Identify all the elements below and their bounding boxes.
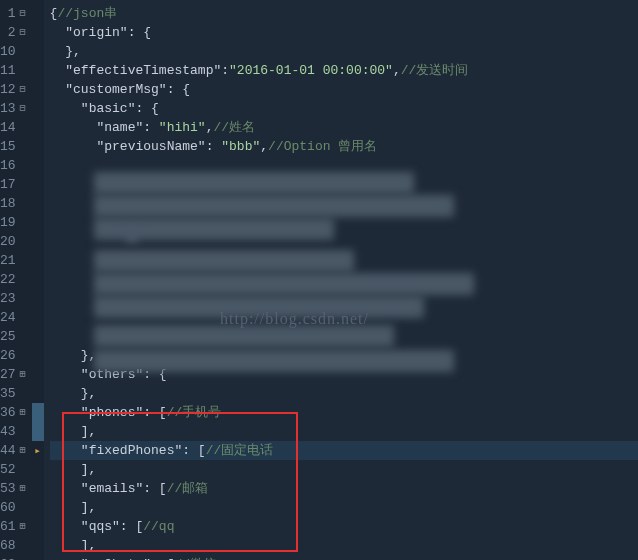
line-number[interactable]: 52 [0, 460, 32, 479]
redacted-block [94, 350, 454, 372]
change-marker [32, 498, 44, 517]
line-number[interactable]: 22 [0, 270, 32, 289]
change-marker [32, 213, 44, 232]
change-marker [32, 422, 44, 441]
change-marker [32, 517, 44, 536]
fold-toggle-icon[interactable]: ⊟ [18, 23, 28, 42]
change-marker [32, 156, 44, 175]
change-marker [32, 80, 44, 99]
code-line[interactable]: {//json串 [50, 4, 638, 23]
code-line[interactable]: "previousName": "bbb",//Option 曾用名 [50, 137, 638, 156]
line-number[interactable]: 1⊟ [0, 4, 32, 23]
change-marker [32, 61, 44, 80]
change-marker [32, 251, 44, 270]
change-marker [32, 441, 44, 460]
line-number[interactable]: 10 [0, 42, 32, 61]
fold-toggle-icon[interactable]: ⊟ [18, 4, 28, 23]
change-marker [32, 289, 44, 308]
redacted-block [126, 232, 138, 242]
line-number[interactable]: 24 [0, 308, 32, 327]
change-marker [32, 42, 44, 61]
change-marker [32, 232, 44, 251]
line-number[interactable]: 27⊞ [0, 365, 32, 384]
change-marker [32, 23, 44, 42]
code-line[interactable]: "name": "hihi",//姓名 [50, 118, 638, 137]
line-number[interactable]: 53⊞ [0, 479, 32, 498]
line-number[interactable]: 13⊟ [0, 99, 32, 118]
change-marker [32, 308, 44, 327]
line-number[interactable]: 19 [0, 213, 32, 232]
code-line[interactable]: "qqs": [//qq [50, 517, 638, 536]
code-line[interactable]: "basic": { [50, 99, 638, 118]
line-number[interactable]: 20 [0, 232, 32, 251]
fold-toggle-icon[interactable]: ⊞ [18, 403, 28, 422]
code-line[interactable]: ], [50, 460, 638, 479]
change-marker [32, 536, 44, 555]
code-line[interactable]: "emails": [//邮箱 [50, 479, 638, 498]
line-number[interactable]: 26 [0, 346, 32, 365]
change-marker [32, 4, 44, 23]
change-marker [32, 346, 44, 365]
line-number[interactable]: 68 [0, 536, 32, 555]
change-marker [32, 460, 44, 479]
change-marker [32, 175, 44, 194]
fold-toggle-icon[interactable]: ⊞ [18, 479, 28, 498]
line-number[interactable]: 25 [0, 327, 32, 346]
line-number[interactable]: 44⊞ [0, 441, 32, 460]
line-number[interactable]: 21 [0, 251, 32, 270]
code-line[interactable]: }, [50, 42, 638, 61]
line-number[interactable]: 69⊞ [0, 555, 32, 560]
fold-toggle-icon[interactable]: ⊟ [18, 99, 28, 118]
line-number[interactable]: 43 [0, 422, 32, 441]
change-marker [32, 118, 44, 137]
change-marker [32, 403, 44, 422]
redacted-block [94, 172, 414, 194]
code-line[interactable]: ], [50, 422, 638, 441]
change-marker [32, 479, 44, 498]
code-line[interactable]: }, [50, 384, 638, 403]
code-line[interactable]: ], [50, 536, 638, 555]
line-number[interactable]: 35 [0, 384, 32, 403]
redacted-block [94, 325, 394, 347]
line-number[interactable]: 60 [0, 498, 32, 517]
redacted-block [94, 195, 454, 217]
line-number[interactable]: 23 [0, 289, 32, 308]
change-marker [32, 270, 44, 289]
fold-toggle-icon[interactable]: ⊞ [18, 365, 28, 384]
line-number[interactable]: 14 [0, 118, 32, 137]
line-number[interactable]: 61⊞ [0, 517, 32, 536]
change-markers [32, 0, 44, 560]
code-line[interactable]: "effectiveTimestamp":"2016-01-01 00:00:0… [50, 61, 638, 80]
redacted-block [94, 273, 474, 295]
line-number[interactable]: 11 [0, 61, 32, 80]
fold-toggle-icon[interactable]: ⊞ [18, 441, 28, 460]
change-marker [32, 99, 44, 118]
change-marker [32, 137, 44, 156]
change-marker [32, 365, 44, 384]
code-line[interactable]: "fixedPhones": [//固定电话 [50, 441, 638, 460]
change-marker [32, 384, 44, 403]
code-line[interactable]: "customerMsg": { [50, 80, 638, 99]
line-number[interactable]: 18 [0, 194, 32, 213]
line-number[interactable]: 12⊟ [0, 80, 32, 99]
code-line[interactable]: ], [50, 498, 638, 517]
line-number[interactable]: 36⊞ [0, 403, 32, 422]
line-number[interactable]: 2⊟ [0, 23, 32, 42]
change-marker [32, 327, 44, 346]
fold-toggle-icon[interactable]: ⊞ [18, 517, 28, 536]
fold-toggle-icon[interactable]: ⊟ [18, 80, 28, 99]
redacted-block [94, 250, 354, 272]
redacted-block [94, 296, 424, 318]
line-number-gutter[interactable]: 1⊟2⊟101112⊟13⊟14151617181920212223242526… [0, 0, 32, 560]
code-line[interactable]: "phones": [//手机号 [50, 403, 638, 422]
change-marker [32, 194, 44, 213]
line-number[interactable]: 15 [0, 137, 32, 156]
line-number[interactable]: 16 [0, 156, 32, 175]
code-line[interactable]: "weChats": [//微信 [50, 555, 638, 560]
fold-toggle-icon[interactable]: ⊞ [18, 555, 28, 560]
line-number[interactable]: 17 [0, 175, 32, 194]
code-line[interactable]: "origin": { [50, 23, 638, 42]
change-marker [32, 555, 44, 560]
